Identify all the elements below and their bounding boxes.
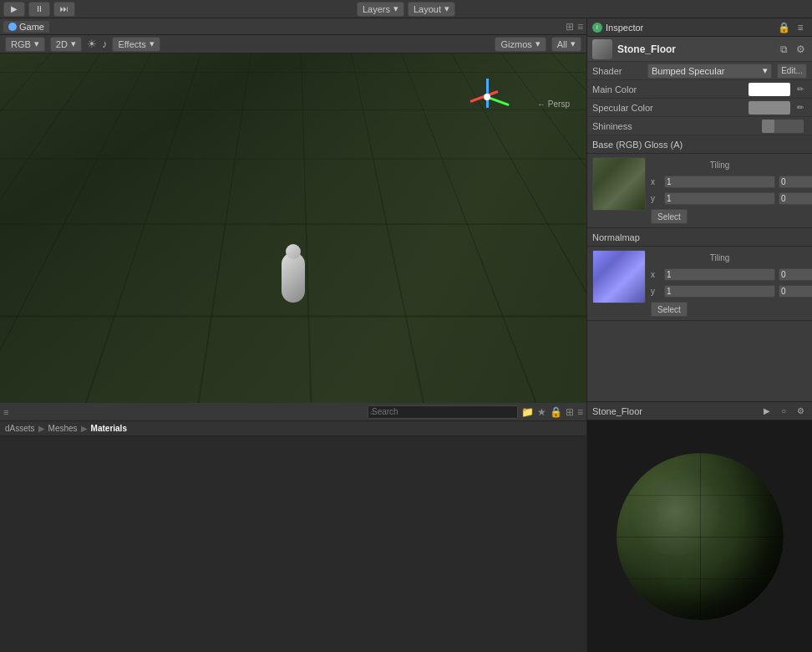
breadcrumb-dassets[interactable]: dAssets [5, 424, 35, 433]
all-dropdown[interactable]: All ▾ [551, 37, 581, 52]
folder-icon[interactable]: 📁 [521, 406, 534, 418]
layout-chevron-icon: ▾ [444, 3, 449, 14]
assets-menu-icon[interactable]: ≡ [3, 407, 8, 417]
material-name-row: Stone_Floor ⧉ ⚙ [587, 37, 812, 62]
top-bar: ▶ ⏸ ⏭ Layers ▾ Layout ▾ [0, 0, 812, 18]
offset-col-header: Offset [779, 160, 812, 170]
search-input[interactable] [368, 405, 518, 419]
gizmo-center [484, 94, 490, 100]
material-name: Stone_Floor [617, 43, 772, 55]
assets-toolbar-right: ⌕ 📁 ★ 🔒 ⊞ ≡ [368, 405, 583, 419]
normal-offset-x-input[interactable] [779, 268, 812, 281]
layout-label: Layout [414, 4, 441, 14]
preview-play-icon[interactable]: ▶ [760, 405, 774, 418]
lock-inspector-icon[interactable]: 🔒 [777, 21, 790, 34]
assets-panel: ≡ ⌕ 📁 ★ 🔒 ⊞ ≡ dAssets ▶ Meshes ▶ [0, 403, 586, 652]
inspector-tab[interactable]: i Inspector [592, 23, 643, 33]
view-mode-dropdown[interactable]: 2D ▾ [50, 37, 82, 52]
effects-dropdown[interactable]: Effects ▾ [112, 37, 160, 52]
normal-select-button[interactable]: Select [651, 302, 688, 317]
normal-tiling-y-input[interactable] [664, 285, 775, 298]
rgb-label: RGB [11, 39, 31, 49]
normalmap-container: Tiling Offset x y [587, 247, 812, 321]
inspector-icon: i [592, 23, 602, 33]
assets-expand-icon[interactable]: ⊞ [566, 406, 574, 418]
rgb-dropdown[interactable]: RGB ▾ [5, 37, 45, 52]
lock-icon[interactable]: 🔒 [550, 406, 562, 418]
inspector-title: Inspector [606, 23, 643, 33]
pause-button[interactable]: ⏸ [28, 2, 50, 17]
view-mode-label: 2D [56, 39, 68, 49]
assets-toolbar: ≡ ⌕ 📁 ★ 🔒 ⊞ ≡ [0, 403, 586, 421]
breadcrumb-materials[interactable]: Materials [91, 424, 127, 433]
sun-icon[interactable]: ☀ [87, 38, 97, 50]
gizmos-chevron-icon: ▾ [535, 38, 540, 49]
rgb-chevron-icon: ▾ [34, 38, 39, 49]
preview-settings-icon[interactable]: ⚙ [794, 405, 807, 418]
effects-chevron-icon: ▾ [150, 38, 155, 49]
main-layout: Game ⊞ ≡ RGB ▾ 2D ▾ ☀ ♪ Effects [0, 18, 812, 652]
normal-offset-y-input[interactable] [779, 285, 812, 298]
main-color-swatch[interactable] [749, 83, 790, 96]
step-button[interactable]: ⏭ [53, 2, 75, 17]
search-icon: ⌕ [370, 408, 374, 416]
shininess-slider[interactable] [762, 120, 804, 133]
normalmap-header: Normalmap [587, 228, 812, 247]
all-label: All [557, 39, 567, 49]
game-view-toolbar2: RGB ▾ 2D ▾ ☀ ♪ Effects ▾ Gizmos ▾ [0, 35, 586, 53]
game-view: Game ⊞ ≡ RGB ▾ 2D ▾ ☀ ♪ Effects [0, 18, 586, 403]
base-tiling-x-row: x [651, 174, 812, 189]
base-offset-y-input[interactable] [779, 192, 812, 205]
shader-dropdown[interactable]: Bumped Specular ▾ [647, 64, 772, 79]
sphere-grid-lower [617, 578, 784, 579]
specular-color-row: Specular Color ✏ [587, 99, 812, 117]
base-tiling-y-input[interactable] [664, 192, 775, 205]
assets-content [0, 436, 586, 652]
capsule-object [282, 252, 305, 303]
normalmap-props: Tiling Offset x y [651, 250, 812, 317]
play-button[interactable]: ▶ [3, 2, 25, 17]
base-texture-thumb[interactable] [592, 157, 646, 211]
preview-name: Stone_Floor [592, 406, 755, 416]
base-select-button[interactable]: Select [651, 209, 688, 224]
preview-light-icon[interactable]: ○ [777, 405, 790, 418]
star-icon[interactable]: ★ [537, 406, 546, 418]
normalmap-preview [593, 251, 645, 303]
layout-dropdown[interactable]: Layout ▾ [408, 2, 455, 17]
normalmap-tiling-offset-header: Tiling Offset [651, 250, 812, 265]
normalmap-thumb[interactable] [592, 250, 646, 303]
gizmos-dropdown[interactable]: Gizmos ▾ [495, 37, 546, 52]
specular-color-swatch[interactable] [749, 101, 790, 115]
game-icon [8, 23, 17, 31]
normalmap-tiling-col-header: Tiling [664, 253, 775, 262]
inspector-actions: 🔒 ≡ [777, 21, 807, 34]
normal-tiling-x-row: x [651, 267, 812, 282]
normalmap-label: Normalmap [592, 232, 640, 242]
audio-icon[interactable]: ♪ [102, 38, 108, 50]
layers-chevron-icon: ▾ [393, 3, 398, 14]
copy-icon[interactable]: ⧉ [777, 43, 790, 56]
top-bar-left: ▶ ⏸ ⏭ [3, 2, 75, 17]
game-tab[interactable]: Game [3, 21, 49, 33]
inspector-menu-icon[interactable]: ≡ [794, 21, 807, 34]
top-bar-center: Layers ▾ Layout ▾ [357, 2, 455, 17]
base-tiling-x-input[interactable] [664, 176, 775, 188]
shininess-label: Shininess [592, 121, 762, 131]
breadcrumb-meshes[interactable]: Meshes [48, 424, 78, 433]
breadcrumb: dAssets ▶ Meshes ▶ Materials [0, 421, 586, 436]
preview-sphere [617, 453, 784, 620]
gear-icon[interactable]: ⚙ [794, 43, 807, 56]
shader-edit-button[interactable]: Edit... [777, 64, 807, 79]
assets-menu2-icon[interactable]: ≡ [577, 406, 583, 418]
specular-edit-icon[interactable]: ✏ [794, 101, 807, 115]
left-panel: Game ⊞ ≡ RGB ▾ 2D ▾ ☀ ♪ Effects [0, 18, 586, 652]
main-color-edit-icon[interactable]: ✏ [794, 83, 807, 96]
maximize-icon[interactable]: ⊞ [566, 21, 574, 33]
base-texture-container: Tiling Offset x y [587, 154, 812, 228]
normal-tiling-x-input[interactable] [664, 268, 775, 281]
menu-icon[interactable]: ≡ [577, 21, 583, 33]
base-offset-x-input[interactable] [779, 176, 812, 188]
transform-gizmo[interactable] [461, 79, 520, 137]
layers-dropdown[interactable]: Layers ▾ [357, 2, 404, 17]
normalmap-offset-col-header: Offset [779, 253, 812, 262]
